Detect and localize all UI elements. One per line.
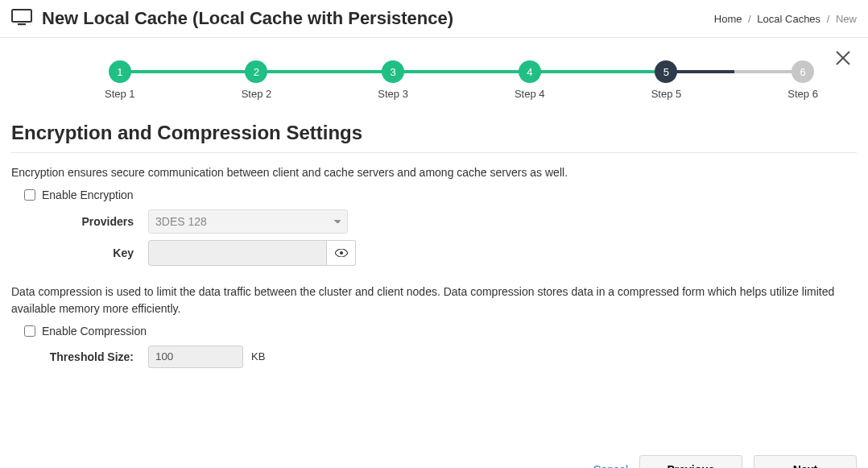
wizard-footer: Cancel Previous Next bbox=[0, 447, 868, 468]
step-circle-6[interactable]: 6 bbox=[792, 60, 814, 83]
providers-row: Providers 3DES 128 bbox=[19, 209, 857, 234]
step-label-3: Step 3 bbox=[378, 88, 408, 100]
threshold-label: Threshold Size: bbox=[19, 350, 148, 363]
step-track-2-3 bbox=[256, 70, 393, 73]
previous-button[interactable]: Previous bbox=[639, 455, 742, 468]
step-circle-2[interactable]: 2 bbox=[245, 60, 267, 83]
enable-encryption-checkbox[interactable] bbox=[24, 189, 35, 201]
enable-encryption-label: Enable Encryption bbox=[42, 188, 134, 201]
wizard-panel: 1 Step 1 2 Step 2 3 Step 3 4 Step 4 5 St… bbox=[0, 38, 868, 117]
step-circle-3[interactable]: 3 bbox=[382, 60, 404, 83]
providers-label: Providers bbox=[19, 215, 148, 228]
breadcrumb-local-caches[interactable]: Local Caches bbox=[757, 13, 820, 25]
next-button[interactable]: Next bbox=[754, 455, 857, 468]
step-track-4-5 bbox=[530, 70, 667, 73]
step-label-5: Step 5 bbox=[651, 88, 682, 100]
step-track-1-2 bbox=[120, 70, 257, 73]
step-circle-1[interactable]: 1 bbox=[109, 60, 131, 83]
step-circle-4[interactable]: 4 bbox=[519, 60, 541, 83]
providers-select[interactable]: 3DES 128 bbox=[148, 209, 348, 234]
enable-encryption-row: Enable Encryption bbox=[24, 188, 857, 201]
breadcrumb-sep-1: / bbox=[745, 13, 754, 25]
enable-compression-checkbox[interactable] bbox=[24, 325, 35, 337]
compression-description: Data compression is used to limit the da… bbox=[11, 284, 857, 317]
key-input[interactable] bbox=[148, 240, 327, 266]
svg-rect-1 bbox=[18, 23, 26, 25]
enable-compression-label: Enable Compression bbox=[42, 325, 147, 338]
eye-icon bbox=[335, 247, 348, 259]
threshold-row: Threshold Size: KB bbox=[19, 346, 857, 368]
encryption-description: Encryption ensures secure communication … bbox=[11, 164, 857, 180]
step-label-4: Step 4 bbox=[515, 88, 545, 100]
breadcrumb-current: New bbox=[836, 13, 857, 25]
monitor-icon bbox=[11, 9, 32, 29]
cancel-button[interactable]: Cancel bbox=[593, 463, 628, 468]
step-circle-5[interactable]: 5 bbox=[655, 60, 677, 83]
threshold-unit: KB bbox=[251, 350, 265, 362]
section-title: Encryption and Compression Settings bbox=[11, 117, 857, 152]
enable-compression-row: Enable Compression bbox=[24, 325, 857, 338]
reveal-key-button[interactable] bbox=[327, 240, 356, 266]
key-label: Key bbox=[19, 246, 148, 259]
svg-point-4 bbox=[340, 251, 343, 255]
page-title: New Local Cache (Local Cache with Persis… bbox=[42, 8, 453, 29]
breadcrumb-home[interactable]: Home bbox=[714, 13, 742, 25]
breadcrumb-sep-2: / bbox=[824, 13, 833, 25]
step-label-1: Step 1 bbox=[105, 88, 135, 100]
close-icon[interactable] bbox=[834, 49, 852, 67]
divider-1 bbox=[11, 152, 857, 153]
step-label-2: Step 2 bbox=[242, 88, 272, 100]
key-row: Key bbox=[19, 240, 857, 266]
breadcrumb: Home / Local Caches / New bbox=[714, 13, 857, 25]
step-track-3-4 bbox=[393, 70, 530, 73]
step-indicator: 1 Step 1 2 Step 2 3 Step 3 4 Step 4 5 St… bbox=[32, 60, 836, 106]
step-label-6: Step 6 bbox=[787, 88, 818, 100]
top-bar-left: New Local Cache (Local Cache with Persis… bbox=[11, 8, 453, 29]
top-bar: New Local Cache (Local Cache with Persis… bbox=[0, 0, 868, 38]
threshold-input[interactable] bbox=[148, 346, 243, 368]
svg-rect-0 bbox=[12, 10, 31, 22]
